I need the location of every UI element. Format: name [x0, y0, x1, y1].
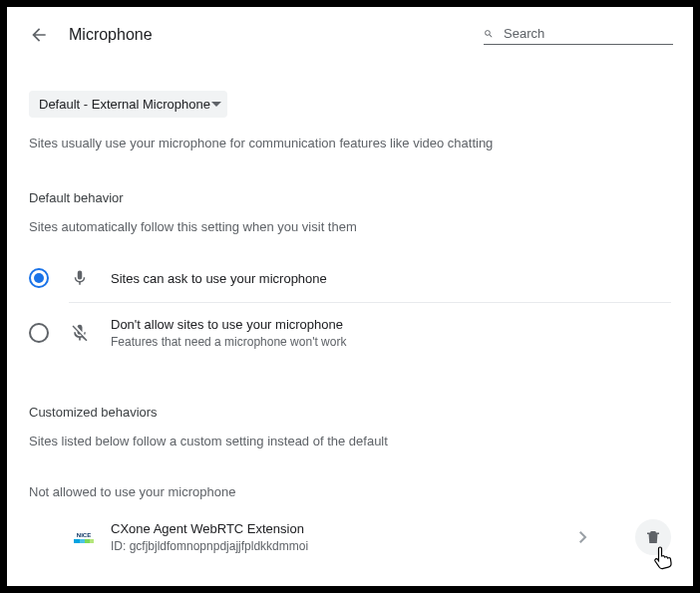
arrow-left-icon	[29, 25, 49, 45]
search-input[interactable]	[502, 25, 673, 42]
customized-sub: Sites listed below follow a custom setti…	[29, 434, 671, 448]
microphone-icon	[69, 269, 91, 287]
extension-logo: NICE	[73, 526, 95, 548]
default-behavior-heading: Default behavior	[29, 190, 671, 205]
option-block-row[interactable]: Don't allow sites to use your microphone…	[29, 305, 671, 361]
device-selected-label: Default - External Microphone	[39, 97, 210, 112]
radio-allow[interactable]	[29, 268, 49, 288]
option-allow-label: Sites can ask to use your microphone	[111, 271, 327, 286]
option-block-sub: Features that need a microphone won't wo…	[111, 335, 346, 349]
divider	[69, 302, 671, 303]
delete-site-button[interactable]	[635, 519, 671, 555]
page-description: Sites usually use your microphone for co…	[29, 136, 671, 150]
page-title: Microphone	[69, 26, 153, 44]
not-allowed-heading: Not allowed to use your microphone	[29, 484, 671, 499]
back-button[interactable]	[27, 23, 51, 47]
extension-name: CXone Agent WebRTC Extension	[111, 521, 308, 536]
customized-heading: Customized behaviors	[29, 405, 671, 420]
chevron-down-icon	[211, 102, 221, 107]
option-block-label: Don't allow sites to use your microphone	[111, 317, 346, 332]
extension-id: ID: gcfjbjldfomnopnpdjajjfpldkkdmmoi	[111, 539, 308, 553]
radio-block[interactable]	[29, 323, 49, 343]
microphone-device-dropdown[interactable]: Default - External Microphone	[29, 91, 227, 118]
microphone-off-icon	[69, 323, 91, 343]
blocked-site-row[interactable]: NICE CXone Agent WebRTC Extension ID: gc…	[29, 519, 671, 555]
search-field[interactable]	[484, 25, 673, 45]
chevron-right-icon	[579, 531, 587, 543]
option-allow-row[interactable]: Sites can ask to use your microphone	[29, 256, 671, 300]
site-details-button[interactable]	[575, 527, 591, 547]
trash-icon	[644, 528, 662, 546]
search-icon	[484, 26, 494, 42]
default-behavior-sub: Sites automatically follow this setting …	[29, 219, 671, 234]
